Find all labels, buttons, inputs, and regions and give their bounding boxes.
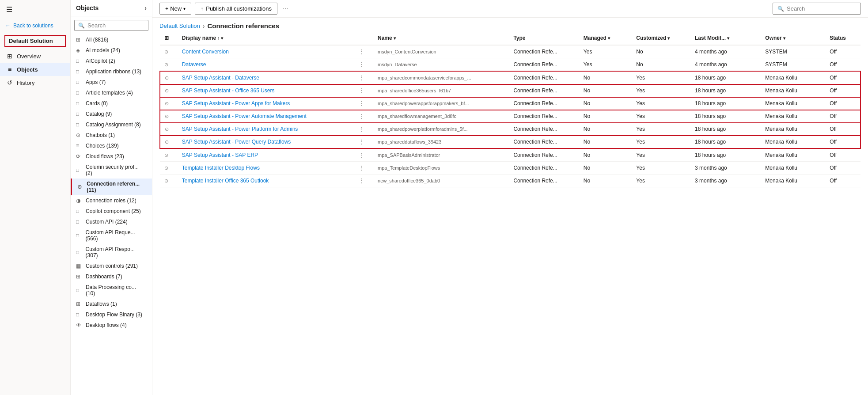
obj-item-catalog[interactable]: □ Catalog (9)	[71, 109, 152, 119]
obj-item-desktop-flow-binary[interactable]: □ Desktop Flow Binary (3)	[71, 309, 152, 320]
sort-owner[interactable]: Owner ▾	[765, 35, 785, 41]
obj-item-data-processing[interactable]: □ Data Processing co... (10)	[71, 282, 152, 299]
th-managed[interactable]: Managed ▾	[579, 31, 632, 45]
row-more-icon[interactable]: ⋮	[359, 113, 364, 119]
table-row[interactable]: ⊙ Content Conversion ⋮ msdyn_ContentConv…	[160, 45, 860, 58]
row-display-name[interactable]: Template Installer Desktop Flows	[178, 162, 355, 175]
obj-item-apps[interactable]: □ Apps (7)	[71, 77, 152, 87]
row-more-cell[interactable]: ⋮	[355, 71, 373, 84]
copilot-component-icon: □	[76, 208, 82, 214]
table-row[interactable]: ⊙ SAP Setup Assistant - Power Apps for M…	[160, 97, 860, 110]
obj-item-cards[interactable]: □ Cards (0)	[71, 98, 152, 109]
row-display-name[interactable]: Template Installer Office 365 Outlook	[178, 175, 355, 187]
new-dropdown-icon[interactable]: ▾	[183, 6, 186, 11]
th-display-name[interactable]: Display name ↑ ▾	[178, 31, 355, 45]
obj-item-column-security[interactable]: □ Column security prof... (2)	[71, 162, 152, 179]
th-customized[interactable]: Customized ▾	[632, 31, 690, 45]
collapse-panel-icon[interactable]: ›	[144, 4, 147, 11]
th-owner[interactable]: Owner ▾	[761, 31, 825, 45]
more-options-icon[interactable]: ···	[281, 5, 290, 13]
obj-item-custom-api-respo[interactable]: □ Custom API Respo... (307)	[71, 244, 152, 261]
table-row[interactable]: ⊙ Dataverse ⋮ msdyn_Dataverse Connection…	[160, 58, 860, 72]
row-more-cell[interactable]: ⋮	[355, 58, 373, 72]
obj-item-dashboards[interactable]: ⊞ Dashboards (7)	[71, 271, 152, 282]
table-row[interactable]: ⊙ SAP Setup Assistant - Office 365 Users…	[160, 84, 860, 97]
row-more-icon[interactable]: ⋮	[359, 126, 364, 132]
table-row[interactable]: ⊙ SAP Setup Assistant - SAP ERP ⋮ mpa_SA…	[160, 148, 860, 162]
sort-last-modified[interactable]: Last Modif... ▾	[695, 35, 729, 41]
obj-item-cloud-flows[interactable]: ⟳ Cloud flows (23)	[71, 151, 152, 162]
table-row[interactable]: ⊙ Template Installer Office 365 Outlook …	[160, 175, 860, 187]
row-display-name[interactable]: Dataverse	[178, 58, 355, 72]
row-display-name[interactable]: SAP Setup Assistant - SAP ERP	[178, 148, 355, 162]
obj-item-connection-references[interactable]: ⊙ Connection referen... (11)	[71, 179, 152, 195]
th-last-modified[interactable]: Last Modif... ▾	[690, 31, 761, 45]
dashboards-icon: ⊞	[76, 273, 82, 280]
objects-search-input[interactable]	[87, 22, 144, 29]
obj-item-choices[interactable]: ≡ Choices (139)	[71, 141, 152, 151]
table-row[interactable]: ⊙ SAP Setup Assistant - Power Query Data…	[160, 136, 860, 149]
table-row[interactable]: ⊙ Template Installer Desktop Flows ⋮ mpa…	[160, 162, 860, 175]
row-more-icon[interactable]: ⋮	[359, 61, 364, 68]
back-to-solutions-link[interactable]: ← Back to solutions	[0, 19, 70, 32]
row-more-icon[interactable]: ⋮	[359, 139, 364, 145]
nav-item-overview[interactable]: ⊞ Overview	[0, 49, 70, 63]
row-more-cell[interactable]: ⋮	[355, 97, 373, 110]
row-more-icon[interactable]: ⋮	[359, 165, 364, 171]
row-display-name[interactable]: SAP Setup Assistant - Power Apps for Mak…	[178, 97, 355, 110]
new-button[interactable]: + New ▾	[159, 3, 191, 15]
publish-all-button[interactable]: ↑ Publish all customizations	[195, 3, 277, 15]
table-row[interactable]: ⊙ SAP Setup Assistant - Power Automate M…	[160, 110, 860, 123]
obj-item-custom-controls[interactable]: ▦ Custom controls (291)	[71, 261, 152, 271]
row-display-name[interactable]: SAP Setup Assistant - Power Automate Man…	[178, 110, 355, 123]
breadcrumb-parent[interactable]: Default Solution	[159, 23, 200, 29]
top-search-box[interactable]: 🔍	[773, 3, 861, 15]
row-more-icon[interactable]: ⋮	[359, 49, 364, 55]
row-more-cell[interactable]: ⋮	[355, 148, 373, 162]
solution-title[interactable]: Default Solution	[4, 35, 66, 47]
obj-item-copilot-component[interactable]: □ Copilot component (25)	[71, 206, 152, 216]
table-row[interactable]: ⊙ SAP Setup Assistant - Power Platform f…	[160, 123, 860, 136]
obj-item-dataflows[interactable]: ⊞ Dataflows (1)	[71, 299, 152, 309]
nav-item-objects[interactable]: ≡ Objects	[0, 63, 70, 76]
obj-item-custom-api-reque[interactable]: □ Custom API Reque... (566)	[71, 227, 152, 244]
row-more-cell[interactable]: ⋮	[355, 162, 373, 175]
row-display-name[interactable]: SAP Setup Assistant - Office 365 Users	[178, 84, 355, 97]
obj-item-aicopilot[interactable]: □ AICopilot (2)	[71, 56, 152, 66]
row-more-icon[interactable]: ⋮	[359, 87, 364, 94]
layout-icon[interactable]: ⊞	[164, 35, 169, 41]
sort-name[interactable]: Name ▾	[378, 35, 396, 41]
row-more-cell[interactable]: ⋮	[355, 136, 373, 149]
row-more-icon[interactable]: ⋮	[359, 100, 364, 106]
row-more-icon[interactable]: ⋮	[359, 75, 364, 81]
row-display-name[interactable]: SAP Setup Assistant - Power Query Datafl…	[178, 136, 355, 149]
row-more-cell[interactable]: ⋮	[355, 84, 373, 97]
obj-item-application-ribbons[interactable]: □ Application ribbons (13)	[71, 66, 152, 77]
row-more-cell[interactable]: ⋮	[355, 175, 373, 187]
row-more-icon[interactable]: ⋮	[359, 178, 364, 184]
row-more-icon[interactable]: ⋮	[359, 152, 364, 158]
top-search-input[interactable]	[787, 5, 856, 12]
row-more-cell[interactable]: ⋮	[355, 123, 373, 136]
row-display-name[interactable]: SAP Setup Assistant - Dataverse	[178, 71, 355, 84]
obj-item-article-templates[interactable]: □ Article templates (4)	[71, 87, 152, 98]
obj-item-ai-models[interactable]: ◈ AI models (24)	[71, 45, 152, 56]
sort-customized[interactable]: Customized ▾	[636, 35, 670, 41]
obj-item-all[interactable]: ⊞ All (8816)	[71, 34, 152, 45]
obj-item-custom-api[interactable]: □ Custom API (224)	[71, 216, 152, 227]
objects-search-box[interactable]: 🔍	[74, 20, 148, 31]
row-display-name[interactable]: SAP Setup Assistant - Power Platform for…	[178, 123, 355, 136]
th-name[interactable]: Name ▾	[373, 31, 509, 45]
table-row[interactable]: ⊙ SAP Setup Assistant - Dataverse ⋮ mpa_…	[160, 71, 860, 84]
nav-item-history[interactable]: ↺ History	[0, 76, 70, 89]
sort-display-name[interactable]: Display name ↑ ▾	[182, 35, 223, 41]
obj-item-desktop-flows[interactable]: 👁 Desktop flows (4)	[71, 320, 152, 330]
obj-item-connection-roles[interactable]: ◑ Connection roles (12)	[71, 195, 152, 206]
obj-item-chatbots[interactable]: ⊙ Chatbots (1)	[71, 130, 152, 141]
sort-managed[interactable]: Managed ▾	[584, 35, 610, 41]
obj-item-catalog-assignment[interactable]: □ Catalog Assignment (8)	[71, 119, 152, 130]
row-more-cell[interactable]: ⋮	[355, 45, 373, 58]
row-more-cell[interactable]: ⋮	[355, 110, 373, 123]
hamburger-menu[interactable]: ☰	[0, 0, 70, 19]
row-display-name[interactable]: Content Conversion	[178, 45, 355, 58]
